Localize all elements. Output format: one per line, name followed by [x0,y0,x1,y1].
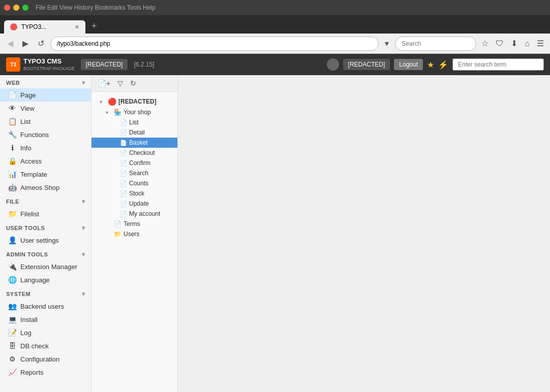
template-icon: 📊 [8,170,16,178]
tree-node-label-search: Search [129,170,148,177]
list-icon: 📋 [8,117,16,125]
user-name[interactable]: [REDACTED] [343,59,390,70]
address-bar[interactable] [50,37,379,51]
download-icon[interactable]: ⬇ [509,37,520,50]
db-check-icon: 🗄 [8,342,16,350]
info-icon: ℹ [8,144,16,152]
your-shop-icon: 🏪 [114,109,121,116]
tree-root-node[interactable]: ▾ 🔴 [REDACTED] [91,96,177,107]
logout-button[interactable]: Logout [394,59,423,70]
sidebar-section-system: SYSTEM ▾ [0,286,91,300]
sidebar-item-language[interactable]: 🌐 Language [0,273,91,286]
sidebar-item-view[interactable]: 👁 View [0,102,91,115]
extension-manager-icon: 🔌 [8,263,16,271]
forward-button[interactable]: ▶ [19,37,32,50]
minimize-button[interactable] [13,5,19,11]
back-button[interactable]: ◀ [4,37,16,50]
titlebar-text: File Edit View History Bookmarks Tools H… [36,4,156,11]
sidebar-item-page[interactable]: 📄 Page [0,88,91,102]
checkout-page-icon: 📄 [120,150,127,156]
cms-header: T3 TYPO3 CMS BOOTSTRAP PACKAGE [REDACTED… [0,54,550,75]
tree-refresh-button[interactable]: ↻ [128,78,138,88]
sidebar-section-web: WEB ▾ [0,75,91,88]
menu-icon[interactable]: ☰ [535,37,546,50]
backend-users-icon: 👥 [8,302,16,310]
tab-close-icon[interactable]: ✕ [75,24,79,30]
terms-page-icon: 📄 [114,220,121,227]
install-icon: 💻 [8,315,16,323]
tree-node-list[interactable]: 📄 List [91,117,177,127]
log-icon: 📝 [8,329,16,337]
sidebar-item-template[interactable]: 📊 Template [0,168,91,181]
tree-filter-button[interactable]: ▽ [115,78,125,88]
admin-tools-section-toggle[interactable]: ▾ [82,251,85,258]
tree-node-your-shop[interactable]: ▾ 🏪 Your shop [91,107,177,117]
sidebar-item-db-check[interactable]: 🗄 DB check [0,339,91,352]
sidebar-item-aimeos[interactable]: 🤖 Aimeos Shop [0,181,91,194]
detail-page-icon: 📄 [120,129,127,136]
sidebar-item-functions[interactable]: 🔧 Functions [0,128,91,141]
tree-add-button[interactable]: 📄+ [96,78,112,88]
language-icon: 🌐 [8,276,16,284]
configuration-icon: ⚙ [8,355,16,363]
tree-node-my-account[interactable]: 📄 My account [91,209,177,219]
aimeos-icon: 🤖 [8,183,16,191]
tree-node-search[interactable]: 📄 Search [91,168,177,178]
tree-toolbar: 📄+ ▽ ↻ [91,75,177,92]
tree-node-detail[interactable]: 📄 Detail [91,127,177,138]
web-section-toggle[interactable]: ▾ [82,79,85,86]
tree-node-counts[interactable]: 📄 Counts [91,178,177,188]
view-icon: 👁 [8,104,16,112]
home-icon[interactable]: ⌂ [523,37,532,50]
sidebar-item-info[interactable]: ℹ Info [0,141,91,154]
tree-node-update[interactable]: 📄 Update [91,199,177,209]
sidebar-item-reports[interactable]: 📈 Reports [0,366,91,379]
system-section-toggle[interactable]: ▾ [82,290,85,298]
sidebar-item-access[interactable]: 🔒 Access [0,154,91,168]
address-dropdown-button[interactable]: ▾ [382,37,392,50]
access-icon: 🔒 [8,157,16,165]
tree-node-users[interactable]: 📁 Users [91,229,177,239]
tree-node-label-confirm: Confirm [129,159,150,167]
reload-button[interactable]: ↺ [35,37,47,50]
your-shop-toggle-icon: ▾ [106,110,112,115]
cms-search-input[interactable] [452,58,544,71]
shield-icon: 🛡 [494,37,506,50]
sidebar-item-filelist[interactable]: 📁 Filelist [0,207,91,220]
user-tools-section-toggle[interactable]: ▾ [82,224,85,232]
cms-site-name[interactable]: [REDACTED] [81,59,128,70]
sidebar-item-extension-manager[interactable]: 🔌 Extension Manager [0,260,91,273]
counts-page-icon: 📄 [120,180,127,187]
close-button[interactable] [4,5,10,11]
new-tab-button[interactable]: + [87,19,101,34]
tree-node-basket[interactable]: 📄 Basket [91,138,177,148]
tree-root-label: [REDACTED] [118,98,157,105]
sidebar-section-file: FILE ▾ [0,194,91,207]
sidebar-item-backend-users[interactable]: 👥 Backend users [0,300,91,313]
content-area [178,75,550,392]
sidebar-item-user-settings[interactable]: 👤 User settings [0,234,91,247]
favorites-icon[interactable]: ★ [427,60,434,70]
logo-icon: T3 [6,57,20,72]
maximize-button[interactable] [22,5,28,11]
bookmark-icon[interactable]: ☆ [479,37,491,50]
sidebar-item-log[interactable]: 📝 Log [0,326,91,339]
tree-node-checkout[interactable]: 📄 Checkout [91,148,177,158]
stock-page-icon: 📄 [120,190,127,197]
list-page-icon: 📄 [120,119,127,126]
sidebar: WEB ▾ 📄 Page 👁 View 📋 List 🔧 Functions ℹ… [0,75,91,392]
active-tab[interactable]: TYPO3... ✕ [4,20,85,34]
sidebar-item-list[interactable]: 📋 List [0,115,91,128]
sidebar-item-configuration[interactable]: ⚙ Configuration [0,352,91,366]
browser-search-input[interactable] [395,37,476,51]
sidebar-item-install[interactable]: 💻 Install [0,313,91,326]
browser-titlebar: File Edit View History Bookmarks Tools H… [0,0,550,15]
tree-node-stock[interactable]: 📄 Stock [91,188,177,199]
tree-node-label-update: Update [129,200,149,207]
tree-node-label-stock: Stock [129,190,144,197]
tree-node-confirm[interactable]: 📄 Confirm [91,158,177,168]
file-section-toggle[interactable]: ▾ [82,198,85,205]
tree-node-terms[interactable]: 📄 Terms [91,219,177,229]
user-avatar [327,58,339,71]
flash-icon[interactable]: ⚡ [438,60,448,70]
